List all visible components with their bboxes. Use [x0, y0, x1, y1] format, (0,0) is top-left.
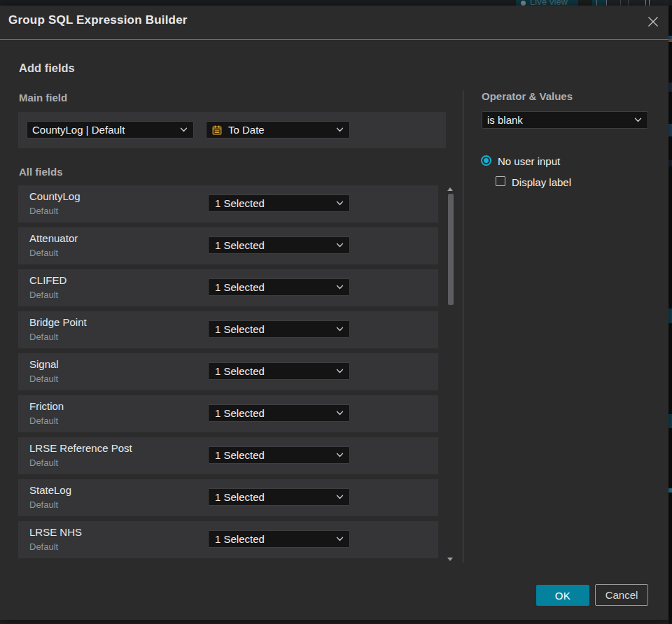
- field-row: Friction Default 1 Selected: [18, 395, 438, 432]
- operator-select-value: is blank: [487, 115, 523, 125]
- scrollbar-down-arrow[interactable]: [447, 558, 453, 561]
- cancel-button[interactable]: Cancel: [595, 584, 648, 606]
- main-field-select-value: CountyLog | Default: [32, 125, 125, 135]
- display-label-text[interactable]: Display label: [512, 177, 571, 187]
- toolbar-tick: [620, 0, 621, 6]
- field-selection-select[interactable]: 1 Selected: [208, 530, 350, 548]
- toolbar-tick: [649, 0, 650, 6]
- background-fragment: [668, 124, 672, 136]
- toolbar-fragment: [607, 0, 668, 6]
- dialog-header: Group SQL Expression Builder: [0, 6, 668, 40]
- field-row: CountyLog Default 1 Selected: [18, 185, 438, 222]
- no-user-input-label[interactable]: No user input: [498, 156, 560, 166]
- radio-selected-icon[interactable]: [481, 155, 491, 166]
- field-selection-select[interactable]: 1 Selected: [208, 278, 350, 296]
- field-selection-value: 1 Selected: [215, 198, 265, 208]
- chevron-down-icon: [180, 127, 188, 132]
- field-subtitle: Default: [29, 458, 58, 467]
- field-selection-select[interactable]: 1 Selected: [208, 488, 350, 506]
- chevron-down-icon: [336, 537, 344, 541]
- background-bottom-sliver: [0, 620, 668, 624]
- background-fragment: [668, 83, 672, 92]
- field-selection-value: 1 Selected: [215, 492, 265, 502]
- field-selection-select[interactable]: 1 Selected: [208, 362, 350, 380]
- field-subtitle: Default: [29, 206, 58, 215]
- operator-values-label: Operator & Values: [482, 91, 573, 101]
- field-selection-value: 1 Selected: [215, 366, 265, 376]
- screen: Live view Group SQL Expression Builder: [0, 0, 672, 624]
- background-fragment: [668, 160, 672, 166]
- panel-divider: [463, 90, 463, 563]
- field-selection-select[interactable]: 1 Selected: [208, 404, 350, 422]
- field-row: CLIFED Default 1 Selected: [18, 269, 438, 306]
- field-selection-value: 1 Selected: [215, 240, 265, 250]
- display-label-checkbox[interactable]: [496, 176, 505, 186]
- toolbar-fragment: [592, 0, 607, 6]
- field-selection-select[interactable]: 1 Selected: [208, 320, 350, 338]
- field-row: Attenuator Default 1 Selected: [18, 227, 438, 264]
- main-field-panel: CountyLog | Default To Date: [18, 112, 446, 148]
- chevron-down-icon: [336, 327, 344, 332]
- scrollbar-up-arrow[interactable]: [447, 187, 453, 191]
- field-row: LRSE Reference Post Default 1 Selected: [18, 437, 438, 474]
- chevron-down-icon: [336, 495, 344, 499]
- operator-select[interactable]: is blank: [482, 111, 648, 129]
- field-row: StateLog Default 1 Selected: [18, 479, 438, 516]
- ok-button[interactable]: OK: [536, 585, 589, 606]
- close-button[interactable]: [645, 13, 662, 30]
- field-selection-select[interactable]: 1 Selected: [208, 446, 350, 464]
- background-fragment: [668, 414, 672, 428]
- dialog-title: Group SQL Expression Builder: [8, 14, 188, 26]
- chevron-down-icon: [336, 453, 344, 458]
- chevron-down-icon: [336, 201, 344, 206]
- field-row: Bridge Point Default 1 Selected: [18, 311, 438, 348]
- field-row: Signal Default 1 Selected: [18, 353, 438, 390]
- all-fields-list: CountyLog Default 1 Selected Attenuator …: [18, 185, 438, 563]
- field-subtitle: Default: [29, 542, 58, 551]
- field-selection-value: 1 Selected: [215, 534, 265, 544]
- field-name: Attenuator: [29, 233, 78, 243]
- field-selection-select[interactable]: 1 Selected: [208, 236, 350, 254]
- background-fragment: [668, 488, 672, 492]
- background-right-sliver: [668, 6, 672, 624]
- field-row: LRSE NHS Default 1 Selected: [18, 521, 438, 558]
- field-subtitle: Default: [29, 416, 58, 425]
- chevron-down-icon: [336, 127, 344, 132]
- chevron-down-icon: [336, 369, 344, 374]
- chevron-down-icon: [336, 243, 344, 248]
- date-mode-select-value: To Date: [228, 125, 265, 135]
- main-field-label: Main field: [19, 92, 67, 103]
- field-selection-value: 1 Selected: [215, 450, 265, 460]
- field-selection-value: 1 Selected: [215, 408, 265, 418]
- chevron-down-icon: [336, 285, 344, 290]
- group-sql-expression-builder-dialog: Group SQL Expression Builder Add fields …: [0, 6, 668, 620]
- field-name: StateLog: [29, 485, 71, 495]
- field-subtitle: Default: [29, 500, 58, 509]
- field-name: CountyLog: [29, 191, 80, 201]
- field-subtitle: Default: [29, 332, 58, 341]
- all-fields-label: All fields: [19, 166, 63, 177]
- field-subtitle: Default: [29, 248, 58, 257]
- toolbar-tick: [596, 0, 597, 6]
- add-fields-heading: Add fields: [19, 62, 75, 74]
- field-name: LRSE Reference Post: [29, 443, 132, 453]
- live-view-label: Live view: [530, 0, 568, 6]
- chevron-down-icon: [634, 118, 642, 122]
- main-field-select[interactable]: CountyLog | Default: [27, 121, 194, 139]
- background-app-header: Live view: [0, 0, 672, 6]
- field-name: Signal: [29, 359, 59, 369]
- field-subtitle: Default: [29, 290, 58, 299]
- field-name: Bridge Point: [29, 317, 87, 327]
- field-name: CLIFED: [29, 275, 66, 285]
- background-fragment: [668, 39, 672, 42]
- toolbar-tick: [645, 0, 646, 6]
- field-name: LRSE NHS: [29, 527, 82, 537]
- close-icon: [648, 16, 659, 27]
- field-selection-value: 1 Selected: [215, 282, 265, 292]
- toolbar-tick: [628, 0, 629, 6]
- chevron-down-icon: [336, 411, 344, 416]
- background-fragment: [668, 309, 672, 323]
- field-selection-select[interactable]: 1 Selected: [208, 194, 350, 212]
- date-mode-select[interactable]: To Date: [206, 121, 350, 139]
- scrollbar-thumb[interactable]: [448, 194, 454, 305]
